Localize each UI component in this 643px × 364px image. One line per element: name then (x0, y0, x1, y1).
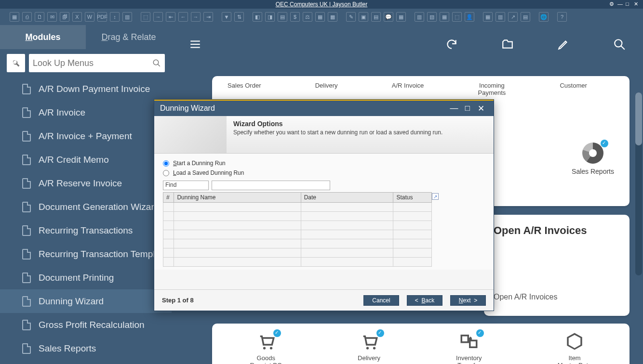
tb-icon-currency[interactable]: $ (290, 12, 300, 22)
cancel-button[interactable]: Cancel (363, 295, 399, 306)
menu-dunning-wizard[interactable]: Dunning Wizard (0, 289, 172, 313)
find-input[interactable] (212, 181, 330, 190)
tb-icon-12[interactable]: → (153, 12, 163, 22)
tb-icon-pdf[interactable]: PDF (97, 12, 107, 22)
menu-ar-reserve-invoice[interactable]: A/R Reserve Invoice (0, 171, 172, 195)
tb-icon-calc[interactable]: ▦ (440, 12, 449, 22)
table-row[interactable] (163, 258, 432, 267)
table-row[interactable] (163, 230, 432, 239)
hamburger-icon[interactable] (189, 38, 201, 51)
tb-icon-c[interactable]: ▤ (278, 12, 287, 22)
tb-icon-help[interactable]: ? (557, 12, 567, 22)
dialog-minimize-icon[interactable]: — (447, 103, 461, 114)
tb-icon-user[interactable]: 👤 (465, 12, 474, 22)
tb-icon-globe[interactable]: 🌐 (539, 12, 549, 22)
tile-customer[interactable]: Customer (560, 82, 587, 96)
tb-icon-b[interactable]: ◨ (265, 12, 275, 22)
radio-start-dunning[interactable]: Start a Dunning Run (163, 158, 485, 168)
tile-inventory-transfer[interactable]: Inventory Transfer (456, 331, 482, 364)
table-row[interactable] (163, 203, 432, 212)
menu-ar-credit-memo[interactable]: A/R Credit Memo (0, 148, 172, 171)
tb-icon-next[interactable]: → (191, 12, 201, 22)
tb-icon-l[interactable]: ▦ (483, 12, 493, 22)
tb-icon-11[interactable]: ⬚ (141, 12, 150, 22)
col-status[interactable]: Status (393, 193, 432, 203)
radio-load-dunning[interactable]: Load a Saved Dunning Run (163, 168, 485, 178)
vertical-scrollbar[interactable] (635, 92, 642, 275)
tile-sales-order[interactable]: Sales Order (228, 82, 261, 96)
radio-start-input[interactable] (163, 160, 169, 167)
tb-icon-g[interactable]: ▤ (371, 12, 381, 22)
menu-ar-invoice-payment[interactable]: A/R Invoice + Payment (0, 124, 172, 148)
refresh-icon[interactable] (445, 38, 458, 51)
tile-sales-reports[interactable]: Sales Reports (572, 143, 614, 175)
tb-icon-prev[interactable]: ← (178, 12, 188, 22)
tb-icon-f[interactable]: ▣ (359, 12, 368, 22)
tb-icon-a[interactable]: ◧ (253, 12, 262, 22)
win-close-icon[interactable]: ✕ (634, 1, 641, 8)
tile-ar-invoice[interactable]: A/R Invoice (392, 82, 424, 96)
tab-drag-relate[interactable]: Drag & Relate (86, 25, 172, 49)
tb-icon-4[interactable]: ✉ (47, 12, 57, 22)
menu-recurring-templates[interactable]: Recurring Transaction Templates (0, 242, 172, 266)
tb-icon-m[interactable]: ▥ (496, 12, 505, 22)
menu-search[interactable] (29, 54, 165, 72)
tb-icon-5[interactable]: 🗐 (60, 12, 69, 22)
next-button[interactable]: Next > (450, 295, 486, 306)
tb-icon-3[interactable]: 🗋 (35, 12, 44, 22)
win-maximize-icon[interactable]: □ (626, 1, 632, 8)
win-settings-icon[interactable]: ⚙ (609, 1, 616, 8)
tb-icon-9[interactable]: ↕ (110, 12, 120, 22)
tb-icon-e[interactable]: ▩ (328, 12, 337, 22)
table-row[interactable] (163, 212, 432, 221)
col-num[interactable]: # (163, 193, 174, 203)
tb-icon-2[interactable]: ⎙ (22, 12, 32, 22)
tb-icon-balance[interactable]: ⚖ (303, 12, 312, 22)
win-minimize-icon[interactable]: — (617, 1, 624, 8)
tb-icon-first[interactable]: ⇤ (166, 12, 175, 22)
expand-table-icon[interactable]: ↗ (432, 193, 439, 200)
tb-icon-word[interactable]: W (85, 12, 94, 22)
tb-icon-chat[interactable]: 💬 (384, 12, 393, 22)
tb-icon-filter[interactable]: ▼ (222, 12, 231, 22)
table-row[interactable] (163, 221, 432, 230)
tb-icon-k[interactable]: ⬚ (452, 12, 462, 22)
search-input[interactable] (33, 58, 152, 68)
dialog-titlebar[interactable]: Dunning Wizard — □ ✕ (154, 100, 494, 116)
menu-doc-gen-wizard[interactable]: Document Generation Wizard (0, 195, 172, 219)
search-icon[interactable] (152, 59, 161, 67)
tile-goods-receipt[interactable]: Goods Receipt PO (250, 331, 282, 364)
search-icon[interactable] (613, 38, 626, 51)
tb-icon-j[interactable]: ▧ (427, 12, 437, 22)
tb-icon-10[interactable]: ▥ (122, 12, 132, 22)
tb-icon-sort[interactable]: ⇅ (234, 12, 244, 22)
tile-item-master[interactable]: Item Master Data (558, 331, 592, 364)
pencil-icon[interactable] (557, 38, 570, 51)
tb-icon-d[interactable]: ▦ (315, 12, 325, 22)
tb-icon-excel[interactable]: X (72, 12, 82, 22)
dialog-close-icon[interactable]: ✕ (474, 103, 488, 114)
tile-delivery[interactable]: Delivery (315, 82, 338, 96)
menu-recurring-trans[interactable]: Recurring Transactions (0, 219, 172, 242)
menu-gross-profit[interactable]: Gross Profit Recalculation (0, 313, 172, 337)
dialog-maximize-icon[interactable]: □ (461, 103, 474, 114)
radio-load-input[interactable] (163, 170, 169, 176)
dashboard-card-open-invoices[interactable]: Open A/R Invoices Open A/R Invoices (484, 215, 630, 316)
menu-ar-down-payment[interactable]: A/R Down Payment Invoice (0, 77, 172, 101)
menu-document-printing[interactable]: Document Printing (0, 266, 172, 289)
tb-icon-last[interactable]: ⇥ (203, 12, 213, 22)
tile-delivery-bottom[interactable]: Delivery (358, 331, 380, 364)
back-button[interactable]: < Back (407, 295, 442, 306)
tab-modules[interactable]: Modules (0, 25, 86, 49)
tb-icon-n[interactable]: ↗ (508, 12, 518, 22)
menu-sales-reports[interactable]: Sales Reports (0, 337, 172, 360)
table-row[interactable] (163, 248, 432, 258)
tb-icon-edit[interactable]: ✎ (346, 12, 356, 22)
tile-incoming-payments[interactable]: Incoming Payments (478, 82, 506, 96)
tb-icon-i[interactable]: ▥ (415, 12, 424, 22)
menu-ar-invoice[interactable]: A/R Invoice (0, 101, 172, 124)
col-dunning-name[interactable]: Dunning Name (174, 193, 301, 203)
scrollbar-thumb[interactable] (635, 92, 642, 145)
wrench-icon[interactable] (7, 54, 25, 72)
tb-icon-o[interactable]: ▤ (521, 12, 530, 22)
